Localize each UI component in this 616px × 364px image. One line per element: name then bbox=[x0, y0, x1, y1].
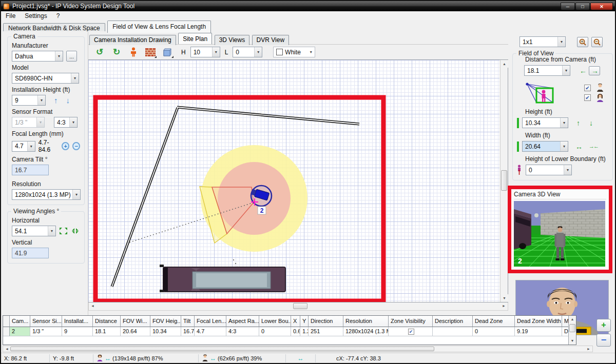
add-wall-button[interactable] bbox=[144, 46, 157, 58]
table-cell[interactable]: 2 bbox=[10, 327, 30, 336]
expand-angles-icon[interactable] bbox=[59, 227, 68, 235]
fov-height-up-icon[interactable]: ↑ bbox=[576, 119, 579, 127]
vertical-scroll-thumb[interactable] bbox=[569, 324, 575, 332]
dropdown-arrow-icon[interactable]: ▾ bbox=[55, 51, 63, 61]
table-header-cell[interactable]: Sensor Si... bbox=[30, 316, 62, 327]
dropdown-arrow-icon[interactable]: ▾ bbox=[560, 141, 568, 151]
table-cell[interactable]: 1/3 " bbox=[30, 327, 62, 336]
show-woman-checkbox[interactable]: ✔ bbox=[584, 94, 591, 101]
dropdown-arrow-icon[interactable]: ▾ bbox=[71, 73, 79, 83]
focal-length-select[interactable]: 4.7 ▾ bbox=[12, 141, 35, 152]
tab-site-plan[interactable]: Site Plan bbox=[178, 33, 212, 44]
table-header-cell[interactable]: Dead Zone Width bbox=[515, 316, 562, 327]
table-header-cell[interactable]: Aspect Ra... bbox=[226, 316, 259, 327]
table-cell[interactable]: 4:3 bbox=[226, 327, 259, 336]
table-vertical-scrollbar[interactable]: ▲ ▼ bbox=[568, 316, 576, 345]
table-header-cell[interactable]: Lower Bou... bbox=[259, 316, 291, 327]
dropdown-arrow-icon[interactable]: ▾ bbox=[27, 141, 35, 151]
dropdown-arrow-icon[interactable]: ▾ bbox=[72, 190, 80, 199]
camera-tilt-field[interactable]: 16.7 bbox=[12, 165, 49, 175]
table-cell[interactable]: 251 bbox=[309, 327, 343, 336]
add-person-button[interactable] bbox=[127, 46, 140, 58]
height-down-icon[interactable]: ↓ bbox=[66, 96, 70, 104]
table-header-cell[interactable]: Tilt bbox=[181, 316, 195, 327]
table-cell[interactable] bbox=[433, 327, 473, 336]
site-plan-canvas[interactable]: 2 ▲ ▼ bbox=[88, 59, 508, 302]
table-cell[interactable]: 16.7 bbox=[181, 327, 195, 336]
zoom-in-focal-button[interactable]: + bbox=[62, 142, 69, 150]
color-select[interactable]: White ▾ bbox=[273, 47, 315, 57]
table-cell[interactable]: 9.19 bbox=[515, 327, 562, 336]
camera-3d-view-image[interactable]: 2 bbox=[514, 201, 605, 267]
table-cell[interactable]: 18.1 bbox=[93, 327, 121, 336]
zoom-out-button[interactable] bbox=[591, 37, 603, 47]
scroll-left-icon[interactable]: ◄ bbox=[3, 346, 11, 353]
dropdown-arrow-icon[interactable]: ▾ bbox=[564, 165, 571, 175]
dropdown-arrow-icon[interactable]: ▾ bbox=[69, 117, 77, 127]
manufacturer-more-button[interactable]: ... bbox=[66, 51, 77, 62]
zone-visibility-checkbox[interactable]: ✔ bbox=[408, 329, 414, 335]
menu-help[interactable]: ? bbox=[52, 12, 65, 20]
scroll-right-icon[interactable]: ► bbox=[585, 346, 592, 353]
table-header-cell[interactable]: FOV Wi... bbox=[121, 316, 150, 327]
table-header-cell[interactable]: Cam...▲ bbox=[10, 316, 30, 327]
table-cell[interactable]: 20.64 bbox=[121, 327, 150, 336]
table-cell[interactable]: ✔ bbox=[389, 327, 433, 336]
tab-camera-installation-drawing[interactable]: Camera Installation Drawing bbox=[89, 35, 176, 45]
table-cell[interactable]: 0.6 bbox=[291, 327, 300, 336]
scroll-down-icon[interactable]: ▼ bbox=[569, 337, 576, 345]
table-header-cell[interactable]: Focal Len... bbox=[195, 316, 226, 327]
menu-settings[interactable]: Settings bbox=[20, 12, 51, 20]
scroll-left-icon[interactable]: ◄ bbox=[89, 302, 97, 310]
dropdown-arrow-icon[interactable]: ▾ bbox=[48, 226, 55, 236]
dropdown-arrow-icon[interactable]: ▾ bbox=[254, 47, 262, 57]
table-cell[interactable]: 1280x1024 (1.3 MP bbox=[343, 327, 389, 336]
scroll-up-icon[interactable]: ▲ bbox=[500, 60, 508, 68]
model-select[interactable]: SD6980C-HN ▾ bbox=[12, 73, 79, 84]
bus-shape[interactable] bbox=[160, 265, 285, 292]
table-header-cell[interactable]: Distance bbox=[93, 316, 121, 327]
close-button[interactable]: ✕ bbox=[590, 3, 613, 10]
table-cell[interactable]: 9 bbox=[62, 327, 93, 336]
dropdown-arrow-icon[interactable]: ▾ bbox=[37, 95, 45, 105]
row-selector-cell[interactable] bbox=[3, 327, 10, 336]
table-header-cell[interactable]: FOV Heig... bbox=[150, 316, 181, 327]
maximize-button[interactable]: □ bbox=[575, 3, 590, 10]
table-header-cell[interactable]: Zone Visibility bbox=[389, 316, 433, 327]
table-cell[interactable]: 0 bbox=[473, 327, 515, 336]
horizontal-angle-select[interactable]: 54.1 ▾ bbox=[12, 226, 56, 236]
menu-file[interactable]: File bbox=[1, 12, 20, 20]
show-man-checkbox[interactable]: ✔ bbox=[584, 85, 591, 91]
distance-select[interactable]: 18.1 ▾ bbox=[524, 65, 570, 76]
rotate-ccw-button[interactable]: ↺ bbox=[93, 46, 106, 58]
dropdown-arrow-icon[interactable]: ▾ bbox=[557, 37, 565, 47]
lower-boundary-select[interactable]: 0 ▾ bbox=[526, 165, 572, 175]
table-header-cell[interactable]: Installat... bbox=[62, 316, 93, 327]
table-header-cell[interactable]: X bbox=[291, 316, 300, 327]
installation-height-select[interactable]: 9 ▾ bbox=[12, 95, 46, 106]
zoom-out-focal-button[interactable]: − bbox=[72, 142, 80, 150]
scroll-down-icon[interactable]: ▼ bbox=[500, 294, 508, 302]
aspect-ratio-select[interactable]: 4:3 ▾ bbox=[54, 117, 78, 128]
table-header-cell[interactable]: Dead Zone bbox=[473, 316, 515, 327]
table-header-cell[interactable]: Direction bbox=[309, 316, 343, 327]
table-row[interactable]: 21/3 "918.120.6410.3416.74.74:300.61.225… bbox=[3, 327, 576, 336]
tab-field-of-view[interactable]: Field of View & Lens Focal Length bbox=[107, 21, 211, 33]
table-header-cell[interactable]: Y bbox=[300, 316, 309, 327]
horizontal-scroll-thumb[interactable] bbox=[10, 347, 434, 351]
resolution-select[interactable]: 1280x1024 (1.3 MP) ▾ bbox=[12, 189, 81, 200]
fov-width-shrink-icon[interactable]: →← bbox=[589, 144, 598, 149]
table-cell[interactable]: 0 bbox=[259, 327, 291, 336]
vertical-scroll-thumb[interactable] bbox=[501, 170, 507, 191]
remove-camera-button[interactable]: − bbox=[596, 334, 611, 347]
wall-height-select[interactable]: 10 ▾ bbox=[190, 47, 220, 57]
scroll-up-icon[interactable]: ▲ bbox=[569, 316, 576, 323]
minimize-button[interactable]: ─ bbox=[561, 3, 575, 10]
title-bar[interactable]: Project1.jvsg* - IP Video System Design … bbox=[1, 1, 615, 11]
scroll-right-icon[interactable]: ► bbox=[500, 302, 508, 310]
fov-height-select[interactable]: 10.34 ▾ bbox=[522, 117, 568, 128]
wall-lower-select[interactable]: 0 ▾ bbox=[233, 47, 262, 57]
dropdown-arrow-icon[interactable]: ▾ bbox=[560, 118, 568, 128]
table-horizontal-scrollbar[interactable]: ◄ ► bbox=[3, 346, 593, 352]
fov-width-expand-icon[interactable]: ↔ bbox=[575, 143, 582, 150]
